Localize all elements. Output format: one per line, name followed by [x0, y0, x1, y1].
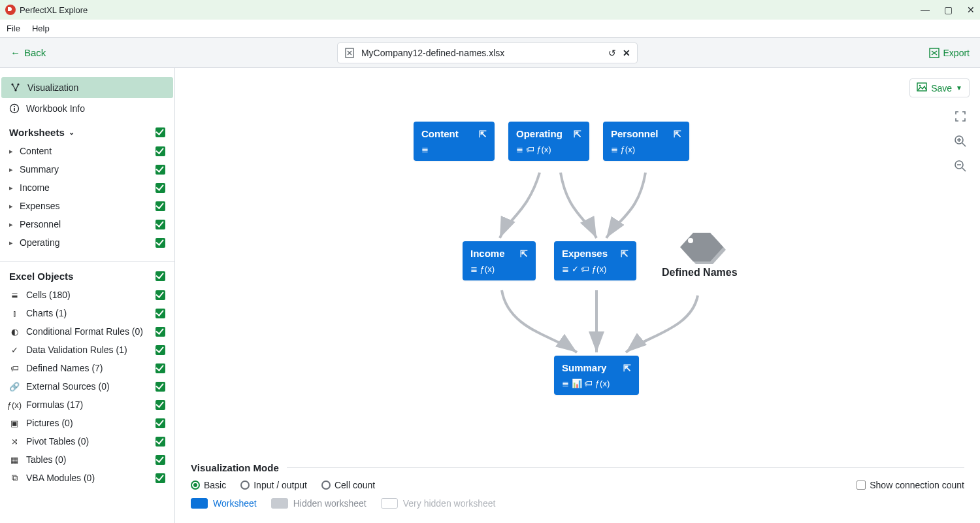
- node-expenses[interactable]: Expenses⇱ ≣ ✓ 🏷 ƒ(x): [554, 241, 636, 280]
- tag-icon: 🏷: [9, 363, 20, 373]
- mode-basic[interactable]: Basic: [191, 480, 226, 490]
- excel-object-item[interactable]: ≣Cells (180): [9, 286, 165, 304]
- worksheet-checkbox[interactable]: [155, 146, 165, 156]
- excel-object-item-label: Defined Names (7): [26, 363, 103, 373]
- mode-cellcount[interactable]: Cell count: [321, 480, 375, 490]
- excel-object-item[interactable]: 🏷Defined Names (7): [9, 359, 165, 377]
- link-icon: 🔗: [9, 381, 20, 392]
- visualization-icon: [10, 82, 21, 93]
- export-button[interactable]: Export: [929, 48, 970, 58]
- menu-file[interactable]: File: [7, 24, 20, 33]
- window-controls: — ▢ ✕: [921, 5, 975, 15]
- list-icon: ≣: [9, 290, 20, 300]
- maximize-icon[interactable]: ▢: [944, 5, 953, 15]
- worksheet-item[interactable]: ▸Personnel: [9, 215, 165, 233]
- excel-object-checkbox[interactable]: [155, 400, 165, 410]
- external-link-icon[interactable]: ⇱: [574, 129, 581, 139]
- svg-rect-7: [14, 108, 15, 111]
- back-button[interactable]: ← Back: [10, 47, 46, 58]
- menu-help[interactable]: Help: [32, 24, 50, 33]
- excel-file-icon: [344, 48, 355, 58]
- show-connection-count[interactable]: Show connection count: [857, 480, 964, 490]
- excel-object-item[interactable]: ⧉VBA Modules (0): [9, 469, 165, 487]
- node-income-icons: ≣ ƒ(x): [470, 264, 528, 274]
- excel-object-item[interactable]: ƒ(x)Formulas (17): [9, 396, 165, 414]
- node-expenses-title: Expenses: [562, 248, 608, 259]
- nav-workbook-info-label: Workbook Info: [26, 103, 85, 114]
- excel-object-checkbox[interactable]: [155, 327, 165, 337]
- excel-object-item-label: Cells (180): [26, 290, 71, 300]
- node-income-title: Income: [470, 248, 505, 259]
- undo-icon[interactable]: ↺: [608, 48, 616, 58]
- excel-object-checkbox[interactable]: [155, 473, 165, 483]
- worksheets-header[interactable]: Worksheets ⌄: [9, 127, 165, 138]
- worksheet-item[interactable]: ▸Summary: [9, 160, 165, 178]
- worksheet-checkbox[interactable]: [155, 201, 165, 211]
- worksheet-item[interactable]: ▸Content: [9, 142, 165, 160]
- excel-object-item[interactable]: ◐Conditional Format Rules (0): [9, 322, 165, 341]
- excel-object-item[interactable]: ▣Pictures (0): [9, 414, 165, 432]
- export-label: Export: [943, 48, 970, 58]
- checkbox-empty-icon: [857, 481, 866, 490]
- worksheet-item-label: Summary: [20, 164, 59, 175]
- close-icon[interactable]: ✕: [967, 5, 975, 15]
- worksheet-checkbox[interactable]: [155, 165, 165, 175]
- nav-visualization[interactable]: Visualization: [1, 77, 173, 98]
- external-link-icon[interactable]: ⇱: [623, 363, 631, 373]
- excel-object-checkbox[interactable]: [155, 382, 165, 392]
- nav-workbook-info[interactable]: Workbook Info: [0, 98, 174, 119]
- excel-object-item[interactable]: ✓Data Validation Rules (1): [9, 341, 165, 359]
- excel-object-checkbox[interactable]: [155, 345, 165, 355]
- menubar: File Help: [0, 20, 980, 38]
- defined-names-label: Defined Names: [662, 267, 738, 278]
- worksheet-item[interactable]: ▸Income: [9, 178, 165, 197]
- worksheet-item[interactable]: ▸Expenses: [9, 197, 165, 215]
- excel-object-item[interactable]: ⤨Pivot Tables (0): [9, 432, 165, 450]
- excel-object-checkbox[interactable]: [155, 290, 165, 300]
- node-summary[interactable]: Summary⇱ ≣ 📊 🏷 ƒ(x): [554, 356, 639, 395]
- sidebar: Visualization Workbook Info Worksheets ⌄…: [0, 68, 175, 523]
- excel-object-checkbox[interactable]: [155, 418, 165, 428]
- back-arrow-icon: ←: [10, 47, 20, 58]
- caret-right-icon: ▸: [9, 239, 13, 247]
- minimize-icon[interactable]: —: [921, 5, 930, 15]
- file-name: MyCompany12-defined-names.xlsx: [361, 48, 602, 58]
- node-content[interactable]: Content⇱ ≣: [414, 122, 495, 161]
- caret-right-icon: ▸: [9, 220, 13, 229]
- worksheet-item[interactable]: ▸Operating: [9, 233, 165, 252]
- fx-icon: ƒ(x): [9, 399, 20, 410]
- worksheet-checkbox[interactable]: [155, 238, 165, 248]
- worksheet-item-label: Income: [20, 182, 50, 193]
- node-income[interactable]: Income⇱ ≣ ƒ(x): [463, 241, 536, 280]
- excel-object-item[interactable]: ⫿Charts (1): [9, 304, 165, 322]
- external-link-icon[interactable]: ⇱: [674, 129, 681, 139]
- worksheet-checkbox[interactable]: [155, 220, 165, 229]
- node-operating[interactable]: Operating⇱ ≣ 🏷 ƒ(x): [508, 122, 589, 161]
- vm-title: Visualization Mode: [191, 462, 279, 473]
- pivot-icon: ⤨: [9, 436, 20, 447]
- excel-objects-header[interactable]: Excel Objects: [9, 271, 165, 282]
- external-link-icon[interactable]: ⇱: [621, 248, 629, 259]
- validation-icon: ✓: [9, 345, 20, 355]
- excel-object-checkbox[interactable]: [155, 455, 165, 465]
- excel-object-checkbox[interactable]: [155, 309, 165, 318]
- worksheets-toggle-all[interactable]: [155, 127, 165, 137]
- external-link-icon[interactable]: ⇱: [479, 129, 487, 139]
- conditional-icon: ◐: [9, 326, 20, 337]
- worksheet-checkbox[interactable]: [155, 183, 165, 193]
- worksheet-item-label: Content: [20, 146, 52, 156]
- node-personnel[interactable]: Personnel⇱ ≣ ƒ(x): [603, 122, 689, 161]
- excel-object-checkbox[interactable]: [155, 363, 165, 373]
- excel-objects-toggle-all[interactable]: [155, 271, 165, 281]
- excel-object-item[interactable]: 🔗External Sources (0): [9, 377, 165, 396]
- excel-object-item[interactable]: ▦Tables (0): [9, 450, 165, 469]
- close-file-icon[interactable]: ✕: [623, 48, 630, 58]
- node-content-icons: ≣: [421, 144, 487, 154]
- canvas[interactable]: Save ▼: [175, 68, 980, 523]
- mode-io[interactable]: Input / output: [240, 480, 307, 490]
- caret-right-icon: ▸: [9, 165, 13, 174]
- defined-names-node[interactable]: Defined Names: [662, 230, 738, 278]
- chevron-down-icon: ⌄: [69, 128, 74, 137]
- excel-object-checkbox[interactable]: [155, 437, 165, 447]
- external-link-icon[interactable]: ⇱: [520, 248, 528, 259]
